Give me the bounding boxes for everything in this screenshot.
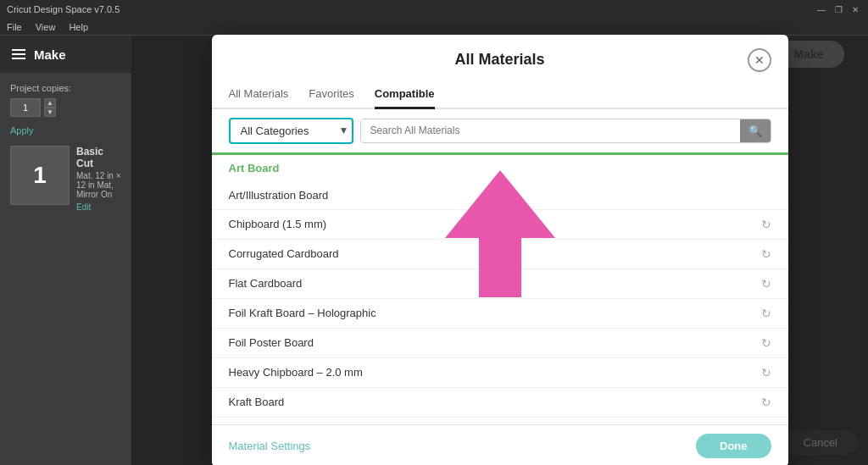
filter-row: All Categories Paper Vinyl Iron-On Fabri… xyxy=(212,109,788,152)
mat-info: Mat. 12 in × 12 in Mat, Mirror On xyxy=(76,171,121,199)
menu-view[interactable]: View xyxy=(36,22,56,32)
modal-footer: Material Settings Done xyxy=(212,424,788,466)
copies-down-button[interactable]: ▼ xyxy=(44,108,56,117)
refresh-icon[interactable]: ↻ xyxy=(761,336,771,350)
refresh-icon[interactable]: ↻ xyxy=(761,218,771,231)
refresh-icon[interactable]: ↻ xyxy=(761,366,771,379)
all-materials-modal: All Materials ✕ All Materials Favorites … xyxy=(212,35,788,466)
modal-tabs: All Materials Favorites Compatible xyxy=(212,80,788,109)
tab-favorites[interactable]: Favorites xyxy=(309,80,353,109)
done-button[interactable]: Done xyxy=(696,434,771,458)
sidebar-title: Make xyxy=(34,47,66,62)
category-select-wrapper: All Categories Paper Vinyl Iron-On Fabri… xyxy=(229,118,354,144)
window-controls: — ❐ ✕ xyxy=(815,3,861,15)
mat-number: 1 xyxy=(33,162,47,189)
modal-overlay: All Materials ✕ All Materials Favorites … xyxy=(131,36,868,465)
project-copies-label: Project copies: xyxy=(10,83,121,93)
apply-button[interactable]: Apply xyxy=(10,125,121,136)
main-area: Make All Materials ✕ All Materials Favor… xyxy=(131,36,868,465)
close-button[interactable]: ✕ xyxy=(849,3,861,15)
list-item[interactable]: Flat Cardboard ↻ xyxy=(212,269,788,299)
sidebar-header: Make xyxy=(0,36,131,73)
tab-all-materials[interactable]: All Materials xyxy=(229,80,289,109)
list-item[interactable]: Heavy Chipboard – 2.0 mm ↻ xyxy=(212,358,788,388)
search-wrapper: 🔍 xyxy=(360,119,771,143)
list-item[interactable]: Foil Poster Board ↻ xyxy=(212,329,788,358)
tab-compatible[interactable]: Compatible xyxy=(375,80,435,109)
app-layout: Make Project copies: ▲ ▼ Apply 1 Basic C… xyxy=(0,36,868,465)
category-select[interactable]: All Categories Paper Vinyl Iron-On Fabri… xyxy=(234,121,336,141)
list-item[interactable]: Light Chipboard – 0.37 mm xyxy=(212,418,788,424)
list-item[interactable]: Chipboard (1.5 mm) ↻ xyxy=(212,210,788,240)
search-input[interactable] xyxy=(361,119,739,141)
minimize-button[interactable]: — xyxy=(815,3,827,15)
refresh-icon[interactable]: ↻ xyxy=(761,277,771,291)
list-item[interactable]: Foil Kraft Board – Holographic ↻ xyxy=(212,299,788,329)
select-arrow-icon: ▼ xyxy=(339,125,349,136)
list-item[interactable]: Kraft Board ↻ xyxy=(212,388,788,418)
copies-up-button[interactable]: ▲ xyxy=(44,98,56,108)
restore-button[interactable]: ❐ xyxy=(832,3,844,15)
material-settings-link[interactable]: Material Settings xyxy=(229,440,311,452)
refresh-icon[interactable]: ↻ xyxy=(761,396,771,409)
modal-title: All Materials xyxy=(253,51,748,69)
copies-input[interactable] xyxy=(10,98,41,117)
menu-help[interactable]: Help xyxy=(69,22,88,32)
hamburger-menu-icon[interactable] xyxy=(12,49,25,59)
list-item[interactable]: Art/Illustration Board xyxy=(212,181,788,210)
mat-preview: 1 xyxy=(10,146,70,205)
menu-file[interactable]: File xyxy=(7,22,22,32)
title-bar: Cricut Design Space v7.0.5 — ❐ ✕ xyxy=(0,0,868,19)
refresh-icon[interactable]: ↻ xyxy=(761,307,771,320)
list-item[interactable]: Corrugated Cardboard ↻ xyxy=(212,240,788,269)
mat-edit-link[interactable]: Edit xyxy=(76,202,121,212)
copies-control: ▲ ▼ xyxy=(10,98,121,117)
mat-label: Basic Cut xyxy=(76,146,121,169)
mat-details: Basic Cut Mat. 12 in × 12 in Mat, Mirror… xyxy=(76,146,121,212)
mat-row: 1 Basic Cut Mat. 12 in × 12 in Mat, Mirr… xyxy=(10,146,121,212)
modal-header: All Materials ✕ xyxy=(212,35,788,72)
search-button[interactable]: 🔍 xyxy=(740,119,771,142)
menu-bar: File View Help xyxy=(0,19,868,36)
modal-close-button[interactable]: ✕ xyxy=(748,48,771,72)
sidebar-content: Project copies: ▲ ▼ Apply 1 Basic Cut Ma… xyxy=(0,73,131,222)
app-title: Cricut Design Space v7.0.5 xyxy=(7,4,120,14)
category-header-art-board: Art Board xyxy=(212,155,788,181)
sidebar: Make Project copies: ▲ ▼ Apply 1 Basic C… xyxy=(0,36,131,465)
refresh-icon[interactable]: ↻ xyxy=(761,247,771,261)
copies-arrows: ▲ ▼ xyxy=(44,98,56,117)
materials-list: Art Board Art/Illustration Board Chipboa… xyxy=(212,152,788,424)
